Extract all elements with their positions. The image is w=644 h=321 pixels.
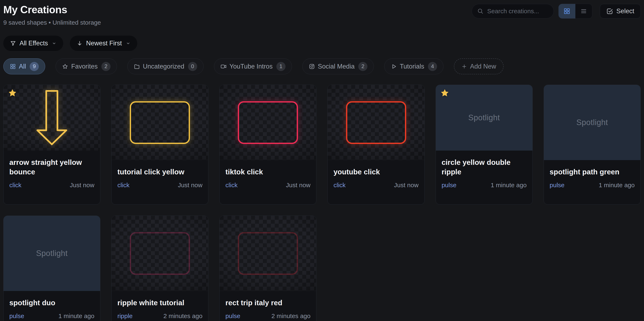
creation-card[interactable]: Spotlight circle yellow double ripple pu… (436, 85, 533, 205)
creation-thumbnail: Spotlight (544, 85, 640, 160)
tab-social-media[interactable]: Social Media 2 (302, 58, 374, 74)
sort-label: Newest First (86, 39, 122, 47)
creation-title: spotlight path green (550, 167, 635, 177)
sort-button[interactable]: Newest First (70, 36, 137, 51)
effect-tag: pulse (442, 182, 456, 189)
creation-thumbnail (220, 216, 316, 291)
timestamp: 1 minute ago (599, 182, 635, 189)
page-title: My Creations (3, 4, 101, 16)
count-badge: 2 (358, 62, 368, 71)
creation-card[interactable]: tiktok click click Just now (219, 85, 316, 205)
favorite-star-icon[interactable] (8, 88, 17, 98)
creation-card[interactable]: ripple white tutorial ripple 2 minutes a… (111, 216, 208, 321)
creation-title: youtube click (334, 167, 418, 177)
creation-card[interactable]: Spotlight spotlight duo pulse 1 minute a… (3, 216, 100, 321)
effect-tag: click (334, 182, 346, 189)
effects-filter-button[interactable]: All Effects (3, 36, 63, 51)
search-input[interactable] (472, 4, 554, 18)
effect-tag: click (117, 182, 130, 189)
creation-title: ripple white tutorial (117, 298, 202, 308)
effect-tag: ripple (117, 313, 132, 320)
spotlight-placeholder-label: Spotlight (468, 113, 500, 122)
spotlight-placeholder-label: Spotlight (36, 249, 68, 258)
rounded-rect-shape (130, 101, 190, 144)
favorite-star-icon[interactable] (440, 88, 450, 98)
checkbox-icon (606, 8, 613, 15)
spotlight-placeholder-label: Spotlight (576, 118, 608, 127)
chevron-down-icon (126, 41, 130, 46)
creation-card[interactable]: Spotlight spotlight path green pulse 1 m… (544, 85, 641, 205)
folder-icon (134, 63, 140, 70)
count-badge: 1 (276, 62, 286, 71)
timestamp: Just now (286, 182, 310, 189)
sort-arrow-down-icon (76, 40, 83, 46)
select-label: Select (616, 7, 634, 15)
creation-title: tutorial click yellow (117, 167, 202, 177)
filter-row: All Effects Newest First (3, 36, 641, 51)
creation-thumbnail (112, 216, 208, 291)
creation-card[interactable]: tutorial click yellow click Just now (111, 85, 208, 205)
add-new-label: Add New (470, 63, 496, 70)
creation-thumbnail (4, 85, 100, 151)
tab-all[interactable]: All 9 (3, 58, 45, 74)
creation-thumbnail (220, 85, 316, 160)
video-icon (220, 63, 226, 70)
tab-uncategorized[interactable]: Uncategorized 0 (127, 58, 204, 74)
creation-title: arrow straight yellow bounce (9, 158, 94, 177)
creation-thumbnail (112, 85, 208, 160)
select-button[interactable]: Select (600, 4, 641, 18)
my-creations-page: My Creations 9 saved shapes • Unlimited … (0, 0, 644, 321)
creation-card[interactable]: rect trip italy red pulse 2 minutes ago (219, 216, 316, 321)
filter-funnel-icon (10, 40, 16, 46)
count-badge: 2 (102, 62, 110, 71)
tab-tutorials[interactable]: Tutorials 4 (384, 58, 444, 74)
header-titles: My Creations 9 saved shapes • Unlimited … (3, 3, 101, 26)
star-icon (62, 63, 68, 70)
rounded-rect-shape (238, 232, 298, 275)
search-icon (477, 8, 484, 14)
play-icon (391, 63, 397, 70)
effect-tag: click (226, 182, 238, 189)
effect-tag: pulse (9, 313, 24, 320)
timestamp: Just now (70, 182, 94, 189)
list-view-button[interactable] (575, 4, 592, 18)
creation-thumbnail (328, 85, 424, 160)
search-box (472, 4, 554, 18)
creation-title: tiktok click (226, 167, 310, 177)
instagram-icon (309, 63, 315, 70)
plus-icon (461, 64, 467, 69)
count-badge: 9 (30, 62, 39, 71)
timestamp: Just now (394, 182, 418, 189)
page-subtitle: 9 saved shapes • Unlimited storage (3, 19, 101, 26)
creation-card[interactable]: arrow straight yellow bounce click Just … (3, 85, 100, 205)
creation-thumbnail: Spotlight (436, 85, 532, 151)
category-tabs: All 9 Favorites 2 Uncategorized 0 YouTub… (3, 58, 641, 74)
effects-filter-label: All Effects (20, 39, 48, 47)
timestamp: Just now (178, 182, 202, 189)
grid-icon (10, 63, 16, 70)
grid-view-icon (563, 8, 570, 15)
tab-favorites[interactable]: Favorites 2 (56, 58, 117, 74)
rounded-rect-shape (346, 101, 406, 144)
rounded-rect-shape (238, 101, 298, 144)
creation-title: spotlight duo (9, 298, 94, 308)
tab-youtube-intros[interactable]: YouTube Intros 1 (214, 58, 292, 74)
grid-view-button[interactable] (558, 4, 575, 18)
arrow-down-shape (36, 90, 68, 146)
timestamp: 1 minute ago (58, 313, 94, 320)
timestamp: 1 minute ago (490, 182, 526, 189)
creations-grid: arrow straight yellow bounce click Just … (3, 85, 641, 321)
effect-tag: click (9, 182, 21, 189)
creation-title: rect trip italy red (226, 298, 310, 308)
creation-card[interactable]: youtube click click Just now (328, 85, 424, 205)
view-toggle (558, 4, 592, 19)
count-badge: 4 (428, 62, 437, 71)
rounded-rect-shape (130, 232, 190, 275)
header: My Creations 9 saved shapes • Unlimited … (3, 3, 641, 26)
count-badge: 0 (188, 62, 197, 71)
creation-title: circle yellow double ripple (442, 158, 527, 177)
chevron-down-icon (52, 41, 56, 46)
list-view-icon (580, 8, 587, 15)
add-new-category-button[interactable]: Add New (454, 58, 504, 74)
timestamp: 2 minutes ago (164, 313, 202, 320)
